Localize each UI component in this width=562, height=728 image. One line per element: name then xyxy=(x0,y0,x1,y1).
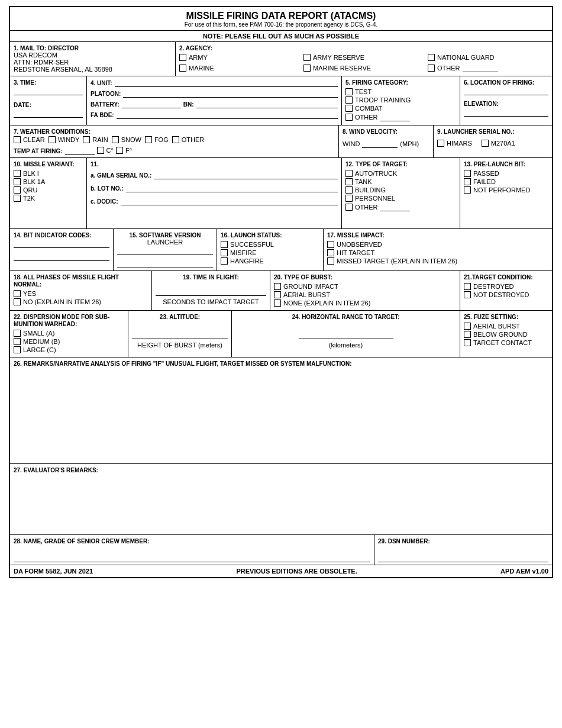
temp-c-checkbox[interactable] xyxy=(97,147,104,154)
firing-other-field[interactable] xyxy=(380,113,410,121)
fuze-target-checkbox[interactable] xyxy=(464,339,471,346)
launcher-himars-checkbox[interactable] xyxy=(437,140,444,147)
target-other-field[interactable] xyxy=(380,203,410,211)
agency-army-reserve-label: ARMY RESERVE xyxy=(313,54,364,61)
evaluator-area[interactable] xyxy=(14,473,548,527)
time-field-1[interactable] xyxy=(14,87,83,95)
variant-qru-checkbox[interactable] xyxy=(14,186,21,194)
agency-marine-checkbox[interactable] xyxy=(179,65,186,72)
temp-f: F° xyxy=(116,147,132,154)
prelaunch-not-performed-checkbox[interactable] xyxy=(464,186,471,194)
fuze-below-checkbox[interactable] xyxy=(464,331,471,338)
agency-national-guard-checkbox[interactable] xyxy=(428,54,435,61)
firing-troop-checkbox[interactable] xyxy=(345,96,353,104)
disp-small-checkbox[interactable] xyxy=(14,330,21,337)
impact-missed-checkbox[interactable] xyxy=(327,257,334,265)
disp-medium-checkbox[interactable] xyxy=(14,338,21,345)
temp-f-checkbox[interactable] xyxy=(116,147,123,154)
burst-ground-checkbox[interactable] xyxy=(274,283,281,290)
agency-options: ARMY ARMY RESERVE NATIONAL GUARD MARINE … xyxy=(179,54,548,73)
temp-field[interactable] xyxy=(65,147,95,155)
firing-combat-checkbox[interactable] xyxy=(345,105,353,112)
prelaunch-passed: PASSED xyxy=(464,170,548,177)
cond-not-destroyed-label: NOT DESTROYED xyxy=(473,291,529,298)
launch-hangfire-checkbox[interactable] xyxy=(221,257,228,265)
target-personnel-checkbox[interactable] xyxy=(345,195,353,202)
dsn-field[interactable] xyxy=(378,554,548,562)
target-auto: AUTO/TRUCK xyxy=(345,170,456,177)
bit-field[interactable] xyxy=(14,240,109,248)
weather-clear-checkbox[interactable] xyxy=(14,136,21,143)
burst-ground-label: GROUND IMPACT xyxy=(283,283,338,290)
unit-field[interactable] xyxy=(115,79,338,87)
agency-other-checkbox[interactable] xyxy=(428,65,435,72)
agency-marine: MARINE xyxy=(179,64,300,72)
launcher-m270-checkbox[interactable] xyxy=(482,140,489,147)
launch-successful-label: SUCCESSFUL xyxy=(230,241,274,248)
variant-blk1a-label: BLK 1A xyxy=(23,178,45,185)
section-1-mail: 1. MAIL TO: DIRECTOR USA RDECOM ATTN: RD… xyxy=(10,42,176,76)
weather-rain-checkbox[interactable] xyxy=(83,136,90,143)
impact-unobserved-checkbox[interactable] xyxy=(327,241,334,248)
software-field[interactable] xyxy=(117,247,213,255)
target-auto-checkbox[interactable] xyxy=(345,170,353,177)
altitude-sublabel: HEIGHT OF BURST (meters) xyxy=(132,342,228,349)
gmla-field[interactable] xyxy=(154,171,338,179)
horiz-field[interactable] xyxy=(299,331,393,339)
fuze-target-label: TARGET CONTACT xyxy=(473,339,532,346)
agency-army-checkbox[interactable] xyxy=(179,54,186,61)
target-tank-checkbox[interactable] xyxy=(345,178,353,185)
wind-field[interactable] xyxy=(362,140,398,148)
fuze-aerial-checkbox[interactable] xyxy=(464,323,471,330)
agency-marine-label: MARINE xyxy=(189,65,214,72)
elevation-field[interactable] xyxy=(464,108,548,117)
burst-none-checkbox[interactable] xyxy=(274,299,281,307)
prelaunch-failed-checkbox[interactable] xyxy=(464,178,471,185)
variant-blk1-checkbox[interactable] xyxy=(14,170,21,177)
firing-test-checkbox[interactable] xyxy=(345,88,353,95)
weather-other-checkbox[interactable] xyxy=(172,136,179,143)
weather-options: CLEAR WINDY RAIN SNOW FOG xyxy=(14,136,335,144)
cond-destroyed-checkbox[interactable] xyxy=(464,283,471,290)
launch-successful-checkbox[interactable] xyxy=(221,241,228,248)
date-field[interactable] xyxy=(14,109,83,118)
bit-field-2[interactable] xyxy=(14,253,109,261)
time-flight-field[interactable] xyxy=(156,288,266,296)
bn-field[interactable] xyxy=(196,100,338,108)
burst-aerial-checkbox[interactable] xyxy=(274,291,281,298)
name-field[interactable] xyxy=(14,554,370,562)
platoon-field[interactable] xyxy=(123,89,338,98)
firing-other-checkbox[interactable] xyxy=(345,114,353,121)
unit-label: 4. UNIT: xyxy=(91,80,112,86)
cond-not-destroyed-checkbox[interactable] xyxy=(464,291,471,298)
agency-army-reserve-checkbox[interactable] xyxy=(303,54,311,61)
impact-hit-checkbox[interactable] xyxy=(327,249,334,256)
location-field[interactable] xyxy=(464,87,548,95)
flight-yes: YES xyxy=(14,290,148,297)
weather-fog-checkbox[interactable] xyxy=(145,136,152,143)
flight-yes-checkbox[interactable] xyxy=(14,290,21,297)
section15-sublabel: LAUNCHER xyxy=(147,239,183,246)
weather-windy-checkbox[interactable] xyxy=(49,136,56,143)
target-other-checkbox[interactable] xyxy=(345,204,353,211)
battery-field[interactable] xyxy=(122,100,181,108)
flight-no-checkbox[interactable] xyxy=(14,298,21,305)
target-building-checkbox[interactable] xyxy=(345,186,353,194)
prelaunch-passed-checkbox[interactable] xyxy=(464,170,471,177)
variant-qru-label: QRU xyxy=(23,186,37,194)
variant-t2k-checkbox[interactable] xyxy=(14,195,21,202)
lot-field[interactable] xyxy=(126,184,338,192)
altitude-field[interactable] xyxy=(132,331,228,339)
agency-marine-reserve-checkbox[interactable] xyxy=(303,65,311,72)
section1-label: 1. MAIL TO: DIRECTOR xyxy=(14,45,79,51)
remarks-area[interactable] xyxy=(14,367,548,456)
variant-blk1a-checkbox[interactable] xyxy=(14,178,21,185)
weather-snow-checkbox[interactable] xyxy=(112,136,119,143)
agency-other-field[interactable] xyxy=(463,64,498,72)
dodic-field[interactable] xyxy=(121,197,338,205)
launch-misfire-checkbox[interactable] xyxy=(221,249,228,256)
section-25-fuze: 25. FUZE SETTING: AERIAL BURST BELOW GRO… xyxy=(460,311,552,357)
software-field-2[interactable] xyxy=(117,260,213,268)
disp-large-checkbox[interactable] xyxy=(14,346,21,353)
fabde-field[interactable] xyxy=(117,111,338,119)
